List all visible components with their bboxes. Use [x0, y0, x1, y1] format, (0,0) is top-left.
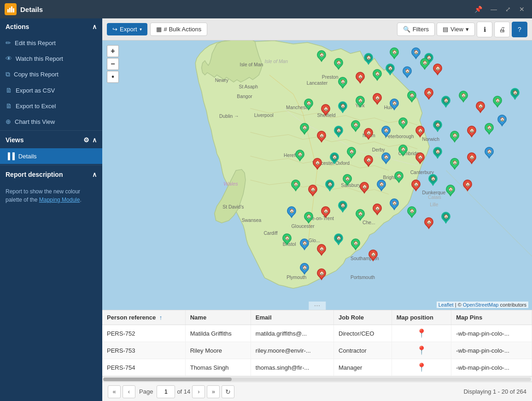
- map-pin[interactable]: 🏠: [347, 147, 356, 159]
- map-pin[interactable]: 🏠: [343, 174, 352, 186]
- map-pin[interactable]: 🏠: [433, 147, 442, 159]
- next-page-button[interactable]: ›: [192, 385, 205, 398]
- view-button[interactable]: ▤ View ▾: [437, 23, 475, 36]
- map-pin[interactable]: 🏠: [300, 263, 309, 275]
- map-pin[interactable]: 🏠: [351, 238, 360, 250]
- mapping-module-link[interactable]: Mapping Module: [39, 197, 80, 203]
- map-pin[interactable]: 🏠: [381, 152, 391, 164]
- map-pin[interactable]: 🏠: [407, 206, 416, 218]
- map-pin[interactable]: 🏠: [373, 203, 382, 215]
- minimize-button[interactable]: —: [488, 4, 500, 15]
- map-pin[interactable]: 🏠: [485, 147, 494, 159]
- map-pin[interactable]: 🏠: [390, 99, 399, 110]
- map-pin[interactable]: 🏠: [373, 93, 382, 105]
- map-pin[interactable]: 🏠: [403, 66, 412, 78]
- col-map-position[interactable]: Map position: [392, 310, 451, 325]
- actions-item-watch[interactable]: 👁 Watch this Report: [0, 51, 102, 66]
- map-pin[interactable]: 🏠: [334, 126, 343, 138]
- actions-item-edit[interactable]: ✏ Edit this Report: [0, 35, 102, 51]
- map-pin[interactable]: 🏠: [450, 131, 459, 143]
- map-pin[interactable]: 🏠: [308, 185, 317, 197]
- map-pin[interactable]: 🏠: [334, 58, 343, 70]
- export-button[interactable]: ↪ Export ▾: [107, 23, 147, 35]
- map-pin[interactable]: 🏠: [420, 58, 429, 70]
- maximize-button[interactable]: ⤢: [503, 4, 514, 15]
- actions-item-copy[interactable]: ⧉ Copy this Report: [0, 66, 102, 82]
- gear-icon[interactable]: ⚙: [83, 136, 89, 144]
- scrollbar-thumb[interactable]: [103, 378, 232, 381]
- map-pin[interactable]: 🏠: [398, 145, 408, 157]
- map-pin[interactable]: 🏠: [360, 182, 369, 194]
- map-pin[interactable]: 🏠: [356, 96, 365, 108]
- map-pin[interactable]: 🏠: [317, 131, 326, 143]
- map-pin[interactable]: 🏠: [351, 120, 360, 132]
- cell-map-position[interactable]: 📍: [392, 342, 451, 359]
- map-pin[interactable]: 🏠: [459, 91, 468, 103]
- map-pin[interactable]: 🏠: [407, 91, 416, 103]
- map-pin[interactable]: 🏠: [398, 117, 408, 129]
- map-pin[interactable]: 🏠: [463, 180, 472, 192]
- map-pin[interactable]: 🏠: [300, 123, 309, 135]
- map-pin[interactable]: 🏠: [325, 180, 334, 192]
- map-pin[interactable]: 🏠: [313, 158, 322, 170]
- map-pin[interactable]: 🏠: [338, 101, 347, 113]
- map-pin[interactable]: 🏠: [356, 209, 365, 221]
- map-pin[interactable]: 🏠: [485, 123, 494, 135]
- map-pin[interactable]: 🏠: [450, 158, 459, 170]
- scrollbar-track[interactable]: [103, 378, 531, 381]
- pin-button[interactable]: 📌: [472, 4, 485, 15]
- map-pin[interactable]: 🏠: [368, 250, 378, 262]
- views-active-item-details[interactable]: ▐▐ Details: [0, 148, 102, 164]
- map-pin[interactable]: 🏠: [334, 233, 343, 245]
- refresh-button[interactable]: ↻: [222, 385, 234, 398]
- zoom-in-button[interactable]: +: [107, 45, 119, 57]
- map-pin[interactable]: 🏠: [390, 198, 399, 210]
- map-pin[interactable]: 🏠: [467, 126, 476, 138]
- first-page-button[interactable]: «: [108, 385, 121, 398]
- map-pin[interactable]: 🏠: [304, 99, 313, 110]
- report-desc-section-header[interactable]: Report description ∧: [0, 166, 102, 183]
- map-pin[interactable]: 🏠: [390, 47, 399, 59]
- map-pin[interactable]: 🏠: [411, 47, 421, 59]
- osm-link[interactable]: OpenStreetMap: [463, 302, 499, 308]
- map-pin[interactable]: 🏠: [394, 171, 403, 183]
- map-pin[interactable]: 🏠: [364, 53, 373, 65]
- map-pin[interactable]: 🏠: [476, 101, 485, 113]
- map-container[interactable]: Liverpool Manchester Sheffield York Hull…: [102, 41, 532, 310]
- close-button[interactable]: ✕: [516, 4, 527, 15]
- info-button[interactable]: ℹ: [477, 22, 492, 37]
- actions-section-header[interactable]: Actions ∧: [0, 18, 102, 35]
- map-pin[interactable]: 🏠: [317, 50, 326, 62]
- map-pin[interactable]: 🏠: [381, 126, 391, 138]
- last-page-button[interactable]: »: [207, 385, 220, 398]
- map-pin[interactable]: 🏠: [282, 233, 292, 245]
- cell-map-position[interactable]: 📍: [392, 359, 451, 376]
- help-button[interactable]: ?: [512, 22, 527, 37]
- map-pin[interactable]: 🏠: [377, 180, 386, 192]
- col-person-ref[interactable]: Person reference ↑: [102, 310, 185, 325]
- map-pin[interactable]: 🏠: [441, 212, 450, 224]
- map-pin[interactable]: 🏠: [446, 185, 455, 197]
- page-number-input[interactable]: [157, 385, 175, 398]
- col-map-pins[interactable]: Map Pins: [451, 310, 532, 325]
- map-pin[interactable]: 🏠: [321, 104, 330, 116]
- map-pin[interactable]: 🏠: [424, 88, 433, 100]
- map-pin[interactable]: 🏠: [338, 77, 347, 89]
- cell-map-position[interactable]: 📍: [392, 325, 451, 342]
- map-pin[interactable]: 🏠: [300, 238, 309, 250]
- actions-item-chart[interactable]: ⊕ Chart this View: [0, 114, 102, 129]
- map-pin[interactable]: 🏠: [338, 201, 347, 213]
- col-job-role[interactable]: Job Role: [334, 310, 392, 325]
- map-pin[interactable]: 🏠: [510, 88, 520, 100]
- map-pin[interactable]: 🏠: [287, 206, 296, 218]
- map-pin[interactable]: 🏠: [364, 128, 373, 140]
- map-pin[interactable]: 🏠: [330, 152, 339, 164]
- views-section-header[interactable]: Views ⚙ ∧: [0, 132, 102, 148]
- map-pin[interactable]: 🏠: [433, 120, 442, 132]
- map-pin[interactable]: 🏠: [356, 72, 365, 84]
- prev-page-button[interactable]: ‹: [123, 385, 135, 398]
- bulk-actions-button[interactable]: ▦ # Bulk Actions: [150, 23, 208, 36]
- map-pin[interactable]: 🏠: [424, 217, 433, 229]
- map-pin[interactable]: 🏠: [317, 268, 326, 280]
- filters-button[interactable]: 🔍 Filters: [397, 23, 435, 36]
